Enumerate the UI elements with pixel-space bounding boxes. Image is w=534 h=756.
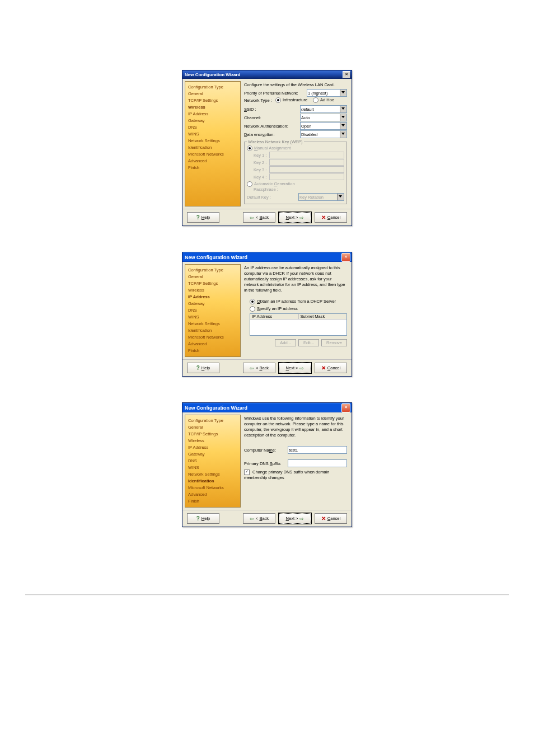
change-dns-checkbox[interactable]: Change primary DNS suffix when domain me… — [244, 469, 347, 480]
sidebar-item[interactable]: General — [188, 274, 237, 280]
sidebar-item[interactable]: Finish — [188, 498, 237, 505]
passphrase-label: Passphrase : — [254, 187, 278, 192]
priority-label: Priority of Preferred Network: — [244, 91, 307, 96]
wizard-sidebar: Configuration Type General TCP/IP Settin… — [185, 415, 241, 508]
default-key-label: Default Key : — [247, 195, 298, 200]
sidebar-item[interactable]: DNS — [188, 458, 237, 464]
radio-dhcp[interactable]: Obtain an IP address from a DHCP Server — [250, 299, 347, 304]
channel-combo[interactable]: Auto — [300, 114, 347, 121]
ssid-combo[interactable]: default — [300, 105, 347, 113]
wizard-dialog-wireless: New Configuration Wizard × Configuration… — [182, 70, 352, 226]
sidebar-item[interactable]: Gateway — [188, 118, 237, 124]
page-heading: An IP address can be automatically assig… — [244, 265, 347, 293]
sidebar-item-selected[interactable]: Wireless — [188, 104, 237, 111]
sidebar-item[interactable]: Advanced — [188, 158, 237, 165]
sidebar-item[interactable]: Identification — [188, 327, 237, 334]
next-button[interactable]: Next >⇨ — [279, 513, 311, 524]
checkbox-icon — [244, 469, 250, 475]
cancel-button[interactable]: ✕Cancel — [315, 212, 347, 223]
sidebar-item[interactable]: WINS — [188, 314, 237, 321]
sidebar-item[interactable]: DNS — [188, 307, 237, 314]
sidebar-item[interactable]: Wireless — [188, 287, 237, 294]
sidebar-item[interactable]: Configuration Type — [188, 84, 237, 91]
sidebar-item[interactable]: Network Settings — [188, 138, 237, 144]
sidebar-item[interactable]: Microsoft Networks — [188, 334, 237, 341]
sidebar-item[interactable]: Advanced — [188, 491, 237, 498]
wizard-sidebar: Configuration Type General TCP/IP Settin… — [185, 81, 241, 206]
page-divider — [25, 594, 509, 595]
sidebar-item-selected[interactable]: Identification — [188, 478, 237, 485]
next-button[interactable]: Next >⇨ — [279, 212, 311, 223]
ip-listview[interactable]: IP Address Subnet Mask — [250, 313, 347, 336]
sidebar-item[interactable]: Gateway — [188, 300, 237, 307]
sidebar-item[interactable]: IP Address — [188, 444, 237, 451]
sidebar-item[interactable]: DNS — [188, 124, 237, 131]
sidebar-item[interactable]: General — [188, 424, 237, 431]
remove-button: Remove — [321, 339, 347, 346]
default-key-combo: Key Rotation — [298, 193, 344, 201]
back-button[interactable]: ⇦< Back — [243, 363, 275, 373]
button-bar: ?Help ⇦< Back Next >⇨ ✕Cancel — [182, 209, 352, 226]
sidebar-item[interactable]: Configuration Type — [188, 267, 237, 274]
key2-input — [269, 159, 344, 166]
sidebar-item[interactable]: Configuration Type — [188, 417, 237, 424]
sidebar-item[interactable]: Network Settings — [188, 321, 237, 327]
help-button[interactable]: ?Help — [187, 513, 219, 524]
radio-static[interactable]: Specify an IP address — [250, 306, 347, 312]
sidebar-item[interactable]: General — [188, 91, 237, 97]
enc-combo[interactable]: Disabled — [300, 130, 347, 138]
button-bar: ?Help ⇦< Back Next >⇨ ✕Cancel — [182, 510, 352, 527]
wizard-sidebar: Configuration Type General TCP/IP Settin… — [185, 264, 241, 357]
sidebar-item[interactable]: Finish — [188, 348, 237, 354]
sidebar-item[interactable]: TCP/IP Settings — [188, 280, 237, 287]
content-pane: Configure the settings of the Wireless L… — [241, 81, 349, 206]
sidebar-item[interactable]: TCP/IP Settings — [188, 431, 237, 438]
window-title: New Configuration Wizard — [184, 255, 341, 260]
col-ip[interactable]: IP Address — [250, 314, 299, 319]
sidebar-item[interactable]: Finish — [188, 165, 237, 171]
radio-adhoc[interactable]: Ad Hoc — [313, 97, 334, 103]
sidebar-item[interactable]: Identification — [188, 144, 237, 151]
auth-combo[interactable]: Open — [300, 122, 347, 130]
sidebar-item[interactable]: Gateway — [188, 451, 237, 458]
back-button[interactable]: ⇦< Back — [243, 513, 275, 524]
sidebar-item[interactable]: WINS — [188, 464, 237, 471]
dns-suffix-input[interactable] — [288, 459, 347, 467]
computer-name-input[interactable]: test1 — [288, 446, 347, 454]
titlebar[interactable]: New Configuration Wizard × — [182, 403, 352, 412]
col-mask[interactable]: Subnet Mask — [299, 314, 347, 319]
key1-input — [269, 152, 344, 158]
titlebar[interactable]: New Configuration Wizard × — [182, 71, 352, 79]
close-icon[interactable]: × — [341, 253, 350, 262]
cancel-icon: ✕ — [321, 515, 326, 522]
dns-suffix-label: Primary DNS Suffix: — [244, 461, 288, 466]
arrow-right-icon: ⇨ — [299, 516, 304, 522]
page-heading: Configure the settings of the Wireless L… — [244, 82, 347, 87]
sidebar-item-selected[interactable]: IP Address — [188, 294, 237, 300]
close-icon[interactable]: × — [341, 403, 350, 412]
sidebar-item[interactable]: TCP/IP Settings — [188, 97, 237, 104]
sidebar-item[interactable]: Network Settings — [188, 471, 237, 478]
priority-combo[interactable]: 1 (highest) — [307, 89, 347, 97]
sidebar-item[interactable]: Microsoft Networks — [188, 151, 237, 158]
help-button[interactable]: ?Help — [187, 363, 219, 373]
sidebar-item[interactable]: Advanced — [188, 341, 237, 348]
radio-infrastructure[interactable]: Infrastructure — [275, 97, 307, 103]
cancel-button[interactable]: ✕Cancel — [315, 513, 347, 524]
add-button: Add... — [275, 339, 296, 346]
help-button[interactable]: ?Help — [187, 212, 219, 223]
page-heading: Windows use the following information to… — [244, 416, 347, 438]
key4-input — [269, 173, 344, 180]
sidebar-item[interactable]: WINS — [188, 131, 237, 138]
sidebar-item[interactable]: IP Address — [188, 111, 237, 118]
sidebar-item[interactable]: Wireless — [188, 438, 237, 444]
next-button[interactable]: Next >⇨ — [279, 363, 311, 373]
arrow-left-icon: ⇦ — [250, 516, 254, 522]
titlebar[interactable]: New Configuration Wizard × — [182, 252, 352, 262]
edit-button: Edit... — [298, 339, 319, 346]
close-icon[interactable]: × — [343, 71, 350, 78]
back-button[interactable]: ⇦< Back — [243, 212, 275, 223]
sidebar-item[interactable]: Microsoft Networks — [188, 485, 237, 491]
cancel-button[interactable]: ✕Cancel — [315, 363, 347, 373]
key4-label: Key 4 : — [254, 175, 269, 180]
